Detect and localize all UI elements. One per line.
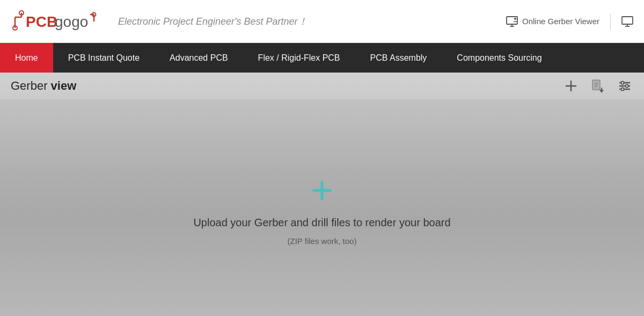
site-header: PCB gogo Electronic Project Engineer's B… (0, 0, 644, 43)
gerber-title-bold: view (51, 79, 77, 92)
nav-item-advanced-pcb[interactable]: Advanced PCB (155, 43, 243, 73)
nav-item-pcb-assembly[interactable]: PCB Assembly (355, 43, 442, 73)
nav-item-home[interactable]: Home (0, 43, 53, 73)
svg-text:gogo: gogo (55, 13, 88, 30)
svg-point-27 (621, 81, 624, 84)
monitor-icon (506, 16, 518, 27)
gerber-viewer-link[interactable]: Online Gerber Viewer (506, 16, 599, 27)
logo-container: PCB gogo (11, 6, 97, 36)
settings-button[interactable] (616, 77, 633, 95)
main-nav: Home PCB Instant Quote Advanced PCB Flex… (0, 43, 644, 73)
svg-rect-14 (622, 17, 633, 24)
nav-item-pcb-instant-quote[interactable]: PCB Instant Quote (53, 43, 155, 73)
gerber-viewer-label: Online Gerber Viewer (522, 17, 599, 26)
svg-point-28 (626, 84, 628, 87)
add-icon (564, 78, 579, 94)
header-actions: Online Gerber Viewer (506, 13, 633, 30)
upload-prompt-text: Upload your Gerber and drill files to re… (193, 217, 450, 229)
extra-header-button[interactable] (621, 16, 633, 27)
svg-point-13 (514, 18, 516, 20)
svg-rect-10 (507, 17, 517, 24)
toolbar-icons (562, 77, 633, 95)
monitor-small-icon (621, 16, 633, 27)
main-content: Gerber view (0, 73, 644, 316)
upload-subtext: (ZIP files work, too) (288, 236, 357, 246)
upload-plus-icon[interactable]: + (311, 170, 333, 209)
settings-icon (618, 79, 632, 93)
upload-area[interactable]: + Upload your Gerber and drill files to … (0, 99, 644, 316)
gerber-view-title: Gerber view (11, 79, 76, 93)
nav-item-components-sourcing[interactable]: Components Sourcing (442, 43, 557, 73)
site-tagline: Electronic Project Engineer's Best Partn… (118, 15, 506, 28)
svg-text:PCB: PCB (26, 13, 57, 30)
svg-point-29 (621, 88, 624, 90)
download-icon (591, 79, 605, 93)
gerber-title-normal: Gerber (11, 79, 51, 92)
gerber-view-bar: Gerber view (0, 73, 644, 99)
header-divider (610, 13, 611, 30)
download-button[interactable] (589, 77, 606, 95)
add-file-button[interactable] (562, 77, 580, 95)
nav-item-flex-rigid[interactable]: Flex / Rigid-Flex PCB (243, 43, 355, 73)
site-logo: PCB gogo (11, 6, 97, 36)
